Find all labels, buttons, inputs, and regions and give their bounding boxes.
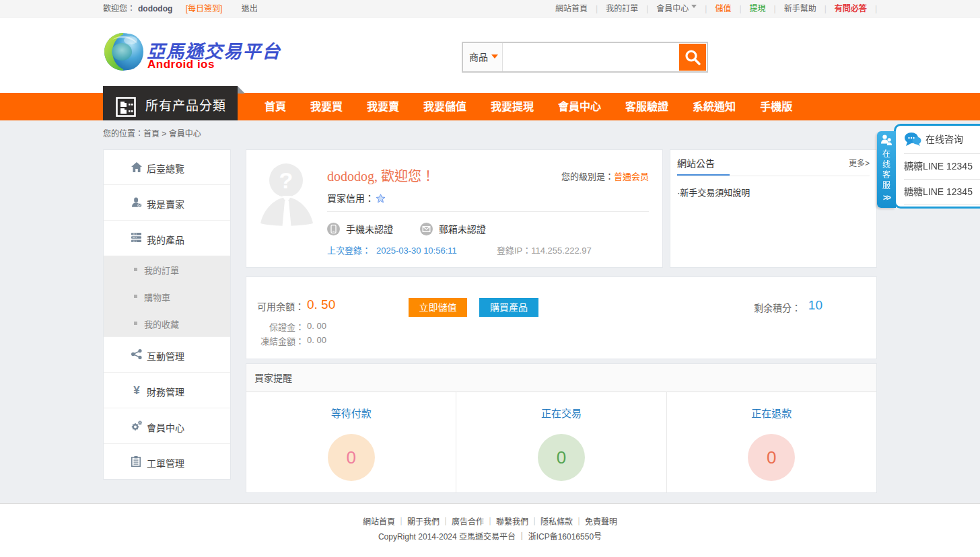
svg-text:¥: ¥ (133, 385, 140, 396)
svg-text:?: ? (279, 168, 293, 193)
